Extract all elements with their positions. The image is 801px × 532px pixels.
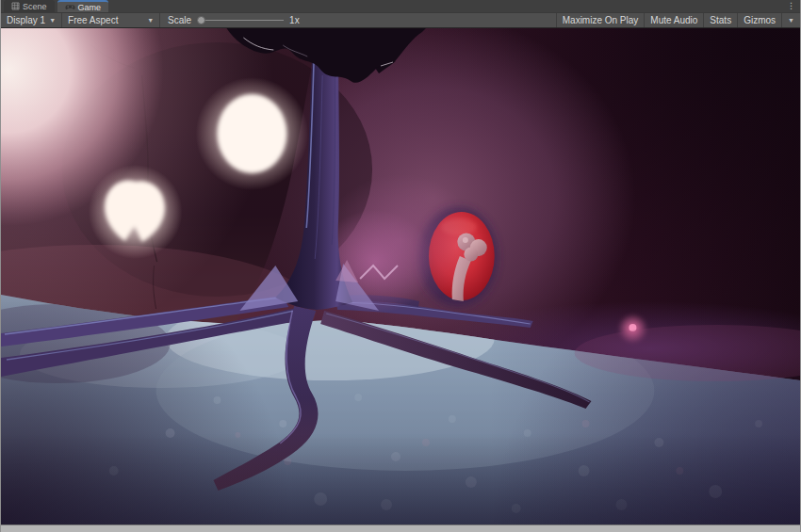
tab-game[interactable]: Game <box>57 0 109 12</box>
eye-hole-round <box>217 94 286 173</box>
gizmos-button[interactable]: Gizmos <box>737 13 781 27</box>
game-scene-render <box>1 28 800 524</box>
tab-bar: Scene Game ⋮ <box>1 0 800 12</box>
chevron-down-icon: ▼ <box>147 17 154 24</box>
unity-game-window: Scene Game ⋮ Display 1 ▼ Free Aspect ▼ S… <box>0 0 801 532</box>
toolbar-left-group: Display 1 ▼ Free Aspect ▼ Scale 1x <box>1 13 307 27</box>
display-dropdown-label: Display 1 <box>7 15 45 25</box>
tab-game-label: Game <box>78 3 102 12</box>
aspect-dropdown[interactable]: Free Aspect ▼ <box>62 13 160 27</box>
game-viewport <box>1 28 800 524</box>
scale-slider[interactable] <box>197 16 284 24</box>
game-view-toolbar: Display 1 ▼ Free Aspect ▼ Scale 1x Maxim… <box>1 12 800 28</box>
scale-control: Scale 1x <box>160 13 307 27</box>
scale-value: 1x <box>289 15 300 25</box>
toolbar-right-group: Maximize On Play Mute Audio Stats Gizmos… <box>556 13 800 27</box>
aspect-dropdown-label: Free Aspect <box>68 15 118 25</box>
gizmos-chevron-button[interactable]: ▼ <box>781 13 800 27</box>
chevron-down-icon: ▼ <box>788 17 794 24</box>
display-dropdown[interactable]: Display 1 ▼ <box>1 13 62 27</box>
more-options-icon[interactable]: ⋮ <box>787 0 795 12</box>
gizmos-label: Gizmos <box>744 15 776 25</box>
maximize-on-play-button[interactable]: Maximize On Play <box>556 13 645 27</box>
stats-button[interactable]: Stats <box>703 13 737 27</box>
scale-slider-knob[interactable] <box>197 16 205 24</box>
toolbar-spacer <box>307 13 556 27</box>
tab-scene[interactable]: Scene <box>4 0 55 12</box>
grid-icon <box>11 2 20 10</box>
stats-label: Stats <box>710 15 731 25</box>
mute-audio-button[interactable]: Mute Audio <box>644 13 703 27</box>
scale-slider-track <box>197 20 284 21</box>
gamepad-icon <box>65 4 75 11</box>
window-bottom-strip <box>1 524 800 532</box>
chevron-down-icon: ▼ <box>49 17 56 24</box>
scale-label: Scale <box>168 15 191 25</box>
bottom-vignette <box>1 433 800 524</box>
maximize-on-play-label: Maximize On Play <box>563 15 639 25</box>
mute-audio-label: Mute Audio <box>650 15 697 25</box>
tab-scene-label: Scene <box>23 2 47 11</box>
